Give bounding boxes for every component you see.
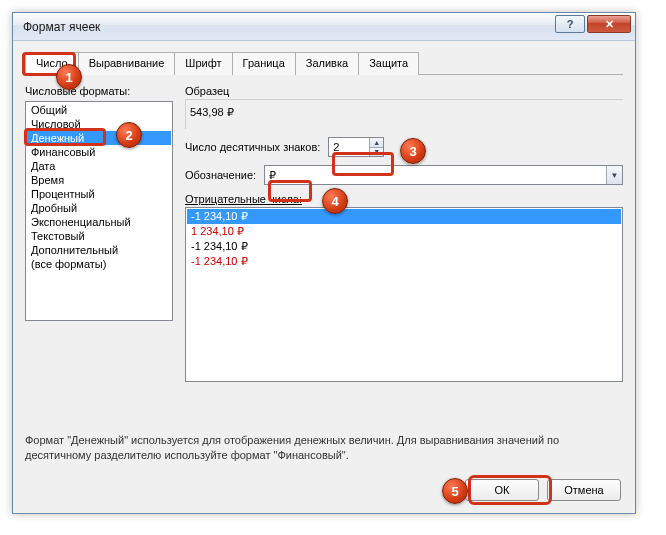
annotation-marker-1: 1	[56, 64, 82, 90]
annotation-marker-5: 5	[442, 478, 468, 504]
sample-label: Образец	[185, 85, 623, 97]
negative-item[interactable]: -1 234,10 ₽	[187, 209, 621, 224]
symbol-label: Обозначение:	[185, 169, 256, 181]
category-item[interactable]: Время	[27, 173, 171, 187]
symbol-value: ₽	[269, 169, 276, 182]
category-item[interactable]: Числовой	[27, 117, 171, 131]
titlebar: Формат ячеек ? ✕	[13, 13, 635, 41]
cancel-button[interactable]: Отмена	[547, 479, 621, 501]
category-item[interactable]: Экспоненциальный	[27, 215, 171, 229]
category-item[interactable]: Денежный	[27, 131, 171, 145]
annotation-marker-2: 2	[116, 122, 142, 148]
category-item[interactable]: Дата	[27, 159, 171, 173]
category-item[interactable]: Общий	[27, 103, 171, 117]
tabstrip: ЧислоВыравниваниеШрифтГраницаЗаливкаЗащи…	[25, 51, 623, 75]
category-item[interactable]: Процентный	[27, 187, 171, 201]
negative-item[interactable]: -1 234,10 ₽	[187, 239, 621, 254]
decimals-label: Число десятичных знаков:	[185, 141, 320, 153]
window-title: Формат ячеек	[23, 20, 100, 34]
sample-value: 543,98 ₽	[190, 106, 234, 118]
category-item[interactable]: Дополнительный	[27, 243, 171, 257]
chevron-down-icon[interactable]: ▼	[606, 166, 622, 184]
category-item[interactable]: Финансовый	[27, 145, 171, 159]
annotation-marker-3: 3	[400, 138, 426, 164]
tab-1[interactable]: Выравнивание	[78, 52, 176, 75]
negative-item[interactable]: -1 234,10 ₽	[187, 254, 621, 269]
spinner-down-icon[interactable]: ▼	[369, 148, 383, 157]
decimal-places-spinner[interactable]: 2 ▲ ▼	[328, 137, 384, 157]
category-item[interactable]: (все форматы)	[27, 257, 171, 271]
negatives-label: Отрицательные числа:	[185, 193, 623, 205]
tab-5[interactable]: Защита	[358, 52, 419, 75]
category-item[interactable]: Текстовый	[27, 229, 171, 243]
help-button[interactable]: ?	[555, 15, 585, 33]
sample-box: 543,98 ₽	[185, 99, 623, 129]
tab-3[interactable]: Граница	[232, 52, 296, 75]
negative-item[interactable]: 1 234,10 ₽	[187, 224, 621, 239]
ok-button[interactable]: ОК	[465, 479, 539, 501]
categories-label: Числовые форматы:	[25, 85, 173, 97]
format-description: Формат "Денежный" используется для отобр…	[25, 433, 623, 463]
close-button[interactable]: ✕	[587, 15, 631, 33]
tab-4[interactable]: Заливка	[295, 52, 359, 75]
category-list[interactable]: ОбщийЧисловойДенежныйФинансовыйДатаВремя…	[25, 101, 173, 321]
format-cells-dialog: Формат ячеек ? ✕ ЧислоВыравниваниеШрифтГ…	[12, 12, 636, 514]
category-item[interactable]: Дробный	[27, 201, 171, 215]
negative-numbers-list[interactable]: -1 234,10 ₽1 234,10 ₽-1 234,10 ₽-1 234,1…	[185, 207, 623, 382]
annotation-marker-4: 4	[322, 188, 348, 214]
decimal-places-value: 2	[333, 141, 339, 153]
window-buttons: ? ✕	[555, 15, 631, 33]
spinner-up-icon[interactable]: ▲	[369, 138, 383, 148]
symbol-combo[interactable]: ₽ ▼	[264, 165, 623, 185]
tab-2[interactable]: Шрифт	[174, 52, 232, 75]
